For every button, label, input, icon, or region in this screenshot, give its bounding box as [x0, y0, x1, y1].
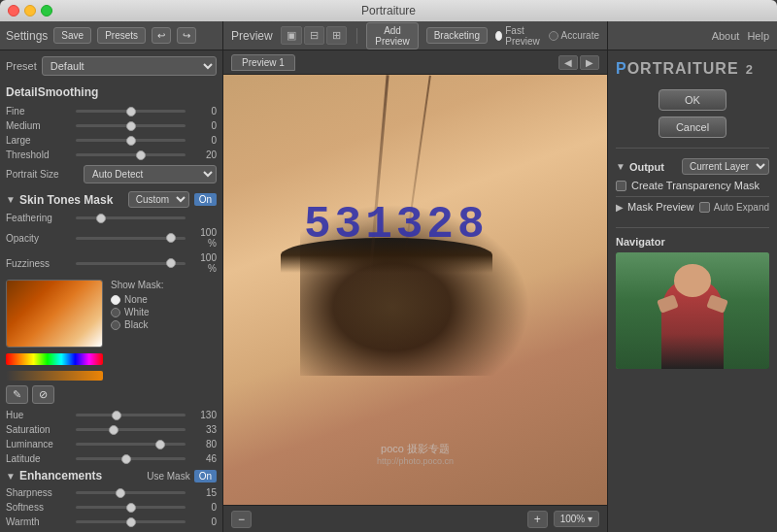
- left-panel: Settings Save Presets ↩ ↪ Preset Default…: [0, 21, 223, 532]
- fine-slider-row: Fine 0: [6, 106, 217, 116]
- create-transparency-checkbox[interactable]: [616, 181, 626, 191]
- sharpness-slider[interactable]: [76, 491, 186, 494]
- presets-button[interactable]: Presets: [97, 27, 146, 44]
- latitude-slider[interactable]: [76, 457, 186, 460]
- close-button[interactable]: [8, 5, 19, 17]
- use-mask-label: Use Mask: [147, 471, 189, 482]
- next-button[interactable]: ▶: [580, 55, 599, 70]
- preview-tab-1[interactable]: Preview 1: [231, 54, 295, 71]
- latitude-label: Latitude: [6, 453, 72, 464]
- zoom-dropdown-icon[interactable]: ▾: [588, 514, 592, 524]
- redo-button[interactable]: ↪: [177, 27, 196, 44]
- bracketing-button[interactable]: Bracketing: [426, 27, 488, 44]
- softness-label: Softness: [6, 502, 72, 513]
- hue-slider-row: Hue 130: [6, 410, 217, 420]
- save-button[interactable]: Save: [53, 27, 91, 44]
- port-p: P: [616, 60, 627, 77]
- minimize-button[interactable]: [24, 5, 36, 17]
- fuzziness-slider[interactable]: [76, 262, 186, 265]
- split-view-button[interactable]: ⊟: [304, 26, 324, 45]
- output-triangle-icon: ▼: [616, 161, 625, 172]
- main-layout: Settings Save Presets ↩ ↪ Preset Default…: [0, 21, 777, 532]
- enhancements-title: Enhancements: [19, 469, 147, 482]
- sharpness-label: Sharpness: [6, 487, 72, 498]
- eyedropper-subtract-button[interactable]: ⊘: [32, 385, 54, 404]
- opacity-label: Opacity: [6, 233, 72, 244]
- navigator-label: Navigator: [616, 236, 769, 248]
- radio-black-row[interactable]: Black: [111, 319, 163, 330]
- hue-slider[interactable]: [76, 414, 186, 416]
- right-panel: About Help PORTRAITURE 2 OK Cancel ▼ Out…: [607, 21, 777, 532]
- medium-slider[interactable]: [76, 124, 186, 127]
- eyedropper-row: ✎ ⊘: [6, 385, 103, 404]
- cancel-button[interactable]: Cancel: [659, 116, 726, 138]
- fast-preview-dot: [495, 31, 502, 41]
- output-section: ▼ Output Current Layer Create Transparen…: [608, 152, 777, 223]
- opacity-value: 100 %: [189, 227, 217, 249]
- right-divider: [616, 148, 769, 149]
- softness-value: 0: [189, 502, 217, 513]
- traffic-lights: [8, 5, 52, 17]
- medium-label: Medium: [6, 120, 72, 131]
- radio-white-row[interactable]: White: [111, 307, 163, 317]
- feathering-slider[interactable]: [76, 216, 186, 219]
- threshold-slider[interactable]: [76, 153, 186, 156]
- portraiture-title-area: PORTRAITURE 2: [608, 50, 777, 83]
- luminance-slider-row: Luminance 80: [6, 439, 217, 449]
- output-layer-select[interactable]: Current Layer: [682, 158, 769, 175]
- left-toolbar: Settings Save Presets ↩ ↪: [0, 21, 222, 50]
- nav-figure: [616, 252, 769, 369]
- hue-label: Hue: [6, 410, 72, 420]
- warmth-slider[interactable]: [76, 520, 186, 523]
- preview-nav: ◀ ▶: [558, 55, 599, 70]
- latitude-slider-row: Latitude 46: [6, 453, 217, 464]
- show-mask-label: Show Mask:: [111, 280, 163, 290]
- preset-label: Preset: [6, 60, 37, 72]
- mask-preview-label: Mask Preview: [627, 201, 695, 213]
- color-picker-area: ✎ ⊘ Show Mask: None White: [6, 280, 217, 404]
- eyedropper-add-button[interactable]: ✎: [6, 385, 28, 404]
- about-button[interactable]: About: [712, 30, 740, 42]
- on-badge[interactable]: On: [194, 193, 217, 206]
- portrait-size-select[interactable]: Auto Detect: [84, 165, 217, 183]
- single-view-button[interactable]: ▣: [281, 26, 302, 45]
- luminance-slider[interactable]: [76, 443, 186, 446]
- hue-strip[interactable]: [6, 353, 103, 365]
- accurate-radio[interactable]: Accurate: [549, 30, 599, 41]
- opacity-slider[interactable]: [76, 237, 186, 240]
- enhancements-header: ▼ Enhancements Use Mask On: [6, 469, 217, 482]
- grid-view-button[interactable]: ⊞: [326, 26, 347, 45]
- saturation-strip[interactable]: [6, 371, 103, 381]
- preset-select[interactable]: Default: [42, 56, 217, 76]
- watermark-line1: poco 摄影专题: [377, 442, 454, 456]
- hue-value: 130: [189, 410, 217, 420]
- saturation-slider[interactable]: [76, 428, 186, 431]
- fuzziness-value: 100 %: [189, 252, 217, 274]
- zoom-out-button[interactable]: −: [231, 511, 252, 528]
- maximize-button[interactable]: [41, 5, 52, 17]
- fuzziness-slider-row: Fuzziness 100 %: [6, 252, 217, 274]
- help-button[interactable]: Help: [747, 30, 769, 42]
- softness-slider[interactable]: [76, 506, 186, 509]
- mask-preview-triangle-icon: ▶: [616, 202, 624, 213]
- preview-toolbar: Preview ▣ ⊟ ⊞ Add Preview Bracketing Fas…: [223, 21, 607, 50]
- watermark-line2: http://photo.poco.cn: [377, 456, 454, 466]
- color-gradient[interactable]: [6, 280, 103, 348]
- zoom-display: 100% ▾: [554, 511, 599, 527]
- navigator-thumbnail[interactable]: [616, 252, 769, 369]
- large-slider[interactable]: [76, 139, 186, 142]
- accurate-label: Accurate: [561, 30, 599, 41]
- auto-expand-checkbox[interactable]: [699, 202, 710, 213]
- ok-button[interactable]: OK: [659, 89, 726, 111]
- add-preview-button[interactable]: Add Preview: [366, 22, 418, 50]
- skin-tones-custom-select[interactable]: Custom: [128, 191, 189, 208]
- use-mask-on-badge[interactable]: On: [194, 470, 217, 482]
- radio-none-row[interactable]: None: [111, 294, 163, 305]
- zoom-in-button[interactable]: +: [527, 511, 548, 528]
- fast-preview-radio[interactable]: Fast Preview: [495, 25, 543, 47]
- preview-bottom-bar: − + 100% ▾: [223, 505, 607, 532]
- large-slider-row: Large 0: [6, 135, 217, 146]
- prev-button[interactable]: ◀: [558, 55, 578, 70]
- undo-button[interactable]: ↩: [152, 27, 171, 44]
- fine-slider[interactable]: [76, 110, 186, 113]
